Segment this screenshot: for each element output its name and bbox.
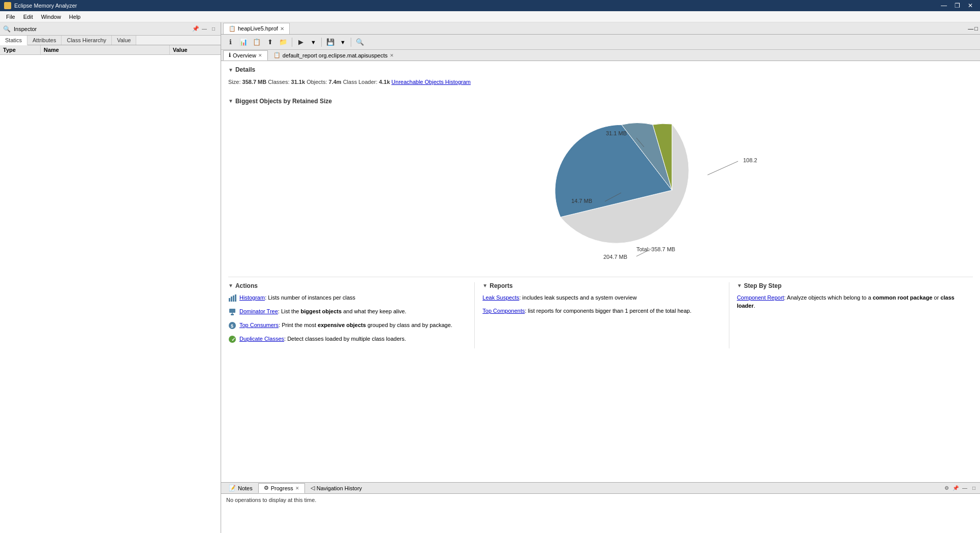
classloader-value: 4.1k <box>379 79 390 85</box>
action-consumers: $ Top Consumers: Print the most expensiv… <box>228 321 464 330</box>
consumers-link[interactable]: Top Consumers <box>239 322 279 328</box>
action-dominator: Dominator Tree: List the biggest objects… <box>228 307 464 316</box>
tab-overview[interactable]: ℹ Overview ✕ <box>223 50 268 61</box>
menu-edit[interactable]: Edit <box>19 13 37 21</box>
bottom-sections: ▼ Actions Histogram: Lists number of ins… <box>228 277 973 348</box>
actions-section: ▼ Actions Histogram: Lists number of ins… <box>228 282 474 348</box>
file-tab-bar: 📋 heapLive5.hprof ✕ — □ <box>221 22 980 35</box>
tb-upload-btn[interactable]: ⬆ <box>264 37 276 48</box>
action-histogram: Histogram: Lists number of instances per… <box>228 293 464 302</box>
menu-window[interactable]: Window <box>37 13 65 21</box>
details-collapse-arrow[interactable]: ▼ <box>228 67 233 73</box>
classes-value: 31.1k <box>291 79 305 85</box>
bottom-panel-pin[interactable]: 📌 <box>952 484 960 492</box>
inspector-table-body <box>0 55 221 533</box>
svg-rect-2 <box>233 295 234 302</box>
leak-suspects-link[interactable]: Leak Suspects <box>482 294 519 301</box>
file-tab-bar-maximize[interactable]: □ <box>974 25 978 32</box>
pie-chart-container: 108.2 MB 31.1 MB 14.7 MB 204.7 MB Total:… <box>228 109 973 266</box>
bottom-panel-minimize[interactable]: ⚙ <box>942 484 951 492</box>
svg-rect-4 <box>229 309 235 313</box>
maximize-button[interactable]: ❐ <box>952 2 963 9</box>
label-3: 14.7 MB <box>571 198 592 204</box>
report-tab-icon: 📋 <box>273 52 281 58</box>
inspector-controls[interactable]: 📌 — □ <box>192 25 218 33</box>
tb-info-btn[interactable]: ℹ <box>224 37 236 48</box>
step-by-step-section: ▼ Step By Step Component Report: Analyze… <box>729 282 973 348</box>
minimize-button[interactable]: — <box>938 2 950 9</box>
tab-value[interactable]: Value <box>112 36 136 45</box>
inspector-table-header: Type Name Value <box>0 45 221 55</box>
dominator-link[interactable]: Dominator Tree <box>239 308 278 314</box>
menu-file[interactable]: File <box>2 13 19 21</box>
step-collapse-arrow[interactable]: ▼ <box>737 283 742 288</box>
tab-statics[interactable]: Statics <box>0 36 27 45</box>
overview-tab-bar: ℹ Overview ✕ 📋 default_report org.eclips… <box>221 50 980 61</box>
objects-value: 7.4m <box>329 79 342 85</box>
total-label: Total: 358.7 MB <box>636 246 675 252</box>
top-components-link[interactable]: Top Components <box>482 308 525 314</box>
tb-separator-3 <box>351 38 351 47</box>
file-tab-label: heapLive5.hprof <box>238 25 278 32</box>
tb-chart-btn[interactable]: 📊 <box>237 37 250 48</box>
tb-copy-btn[interactable]: 📋 <box>251 37 263 48</box>
tb-run-btn[interactable]: ▶ <box>295 37 307 48</box>
leak-suspects-text: Leak Suspects: includes leak suspects an… <box>482 293 636 302</box>
bottom-panel-ctrl-min[interactable]: — <box>961 484 969 492</box>
svg-rect-5 <box>231 314 234 315</box>
progress-tab-close[interactable]: ✕ <box>295 486 299 491</box>
details-section-header[interactable]: ▼ Details <box>228 66 973 73</box>
report-tab-close[interactable]: ✕ <box>390 53 394 58</box>
progress-tab-label: Progress <box>271 485 293 491</box>
reports-collapse-arrow[interactable]: ▼ <box>482 283 487 288</box>
label-4: 204.7 MB <box>603 254 627 260</box>
inspector-icon: 🔍 <box>3 25 11 33</box>
unreachable-link[interactable]: Unreachable Objects Histogram <box>391 79 471 85</box>
pin-icon[interactable]: 📌 <box>192 25 199 33</box>
inspector-minimize-btn[interactable]: — <box>200 25 208 33</box>
tb-run-dropdown[interactable]: ▼ <box>308 37 319 48</box>
tb-separator-1 <box>292 38 292 47</box>
menu-help[interactable]: Help <box>65 13 85 21</box>
inspector-maximize-btn[interactable]: □ <box>209 25 218 33</box>
tab-progress[interactable]: ⚙ Progress ✕ <box>258 483 305 493</box>
right-panel: 📋 heapLive5.hprof ✕ — □ ℹ 📊 📋 ⬆ 📁 ▶ ▼ 💾 … <box>221 22 980 533</box>
file-tab-bar-minimize[interactable]: — <box>968 25 973 32</box>
actions-header[interactable]: ▼ Actions <box>228 282 464 289</box>
biggest-objects-section: ▼ Biggest Objects by Retained Size <box>228 98 973 266</box>
notes-tab-label: Notes <box>238 485 253 491</box>
bottom-tab-bar: 📝 Notes ⚙ Progress ✕ ◁ Navigation Histor… <box>221 483 980 494</box>
ov-tab-close[interactable]: ✕ <box>258 53 262 58</box>
tb-folder-btn[interactable]: 📁 <box>277 37 289 48</box>
tab-attributes[interactable]: Attributes <box>27 36 62 45</box>
tab-default-report[interactable]: 📋 default_report org.eclipse.mat.apisusp… <box>268 50 400 61</box>
actions-collapse-arrow[interactable]: ▼ <box>228 283 233 288</box>
tb-save-btn[interactable]: 💾 <box>324 37 336 48</box>
svg-rect-0 <box>229 298 230 302</box>
action-duplicate: ✓ Duplicate Classes: Detect classes load… <box>228 335 464 343</box>
tb-search-btn[interactable]: 🔍 <box>354 37 366 48</box>
label-line-1 <box>708 161 738 175</box>
reports-title: Reports <box>489 282 512 289</box>
duplicate-link[interactable]: Duplicate Classes <box>239 336 284 342</box>
file-tab-hprof[interactable]: 📋 heapLive5.hprof ✕ <box>223 23 290 34</box>
inspector-title: Inspector <box>14 26 189 32</box>
app-icon <box>4 2 11 9</box>
chart-collapse-arrow[interactable]: ▼ <box>228 98 233 104</box>
tab-class-hierarchy[interactable]: Class Hierarchy <box>62 36 112 45</box>
component-report-link[interactable]: Component Report <box>737 294 784 301</box>
tab-notes[interactable]: 📝 Notes <box>223 483 258 493</box>
tab-nav-history[interactable]: ◁ Navigation History <box>305 483 368 493</box>
step-header[interactable]: ▼ Step By Step <box>737 282 973 289</box>
histogram-link[interactable]: Histogram <box>239 294 265 301</box>
main-layout: 🔍 Inspector 📌 — □ Statics Attributes Cla… <box>0 22 980 533</box>
file-tab-close[interactable]: ✕ <box>280 26 284 32</box>
close-button[interactable]: ✕ <box>965 2 976 9</box>
tb-save-dropdown[interactable]: ▼ <box>338 37 348 48</box>
window-controls[interactable]: — ❐ ✕ <box>938 2 976 9</box>
ov-tab-icon: ℹ <box>229 52 231 58</box>
reports-header[interactable]: ▼ Reports <box>482 282 718 289</box>
biggest-objects-header[interactable]: ▼ Biggest Objects by Retained Size <box>228 98 973 105</box>
bottom-tab-controls[interactable]: ⚙ 📌 — □ <box>942 484 978 492</box>
bottom-panel-ctrl-max[interactable]: □ <box>970 484 978 492</box>
